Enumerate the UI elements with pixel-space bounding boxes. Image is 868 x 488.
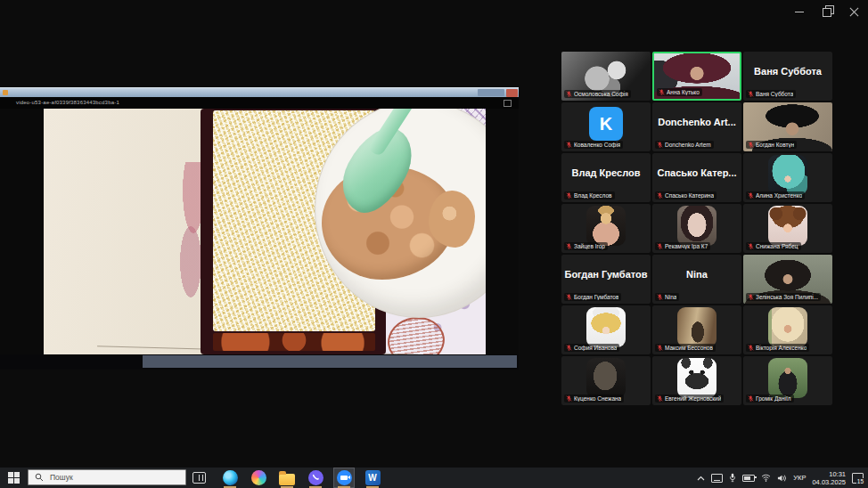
clock-time: 10:31 (812, 470, 846, 478)
mic-muted-icon (657, 243, 663, 249)
shared-screen-player-window: video-u53-ae-af0339f38363443bcd3ba-1 (0, 87, 519, 370)
participant-tile[interactable]: Рекамчук Іра К7 (652, 204, 741, 253)
mic-muted-icon (748, 395, 754, 402)
participant-tile[interactable]: Зайцев Ігор (561, 204, 651, 253)
participant-tile[interactable]: Влад Креслов Влад Креслов (561, 153, 651, 202)
participant-media (768, 206, 807, 246)
app-file-explorer-icon[interactable] (276, 468, 298, 488)
participant-name-label: Богдан Гумбатов (564, 293, 621, 301)
clock-date: 04.03.2025 (812, 478, 846, 486)
participant-name-label: Ваня Суббота (746, 90, 796, 98)
participant-tile[interactable]: София Иванова (561, 305, 651, 354)
taskbar-search[interactable] (28, 469, 186, 485)
app-edge-icon[interactable] (219, 468, 241, 488)
participant-tile[interactable]: Алина Христенко (743, 153, 832, 202)
mic-muted-icon (748, 243, 754, 249)
player-seek-area[interactable] (143, 355, 517, 368)
app-copilot-icon[interactable] (248, 468, 269, 488)
participant-media (768, 155, 807, 195)
restore-button[interactable] (813, 0, 840, 24)
participant-tile[interactable]: Снижана Рябец (743, 204, 832, 253)
participant-tile[interactable]: Куценко Снежана (561, 356, 651, 405)
notifications-icon[interactable]: 15 (852, 473, 864, 484)
speaker-icon[interactable] (777, 474, 787, 483)
close-button[interactable] (840, 0, 868, 24)
participant-name-label: Осмоловська Софія (564, 90, 631, 98)
video-camera-icon (340, 476, 348, 480)
taskbar-clock[interactable]: 10:31 04.03.2025 (812, 470, 846, 486)
participant-name-label: Зелінська Зоя Пилипі... (746, 293, 821, 301)
participant-media (586, 358, 626, 398)
system-tray: УКР 10:31 04.03.2025 15 (697, 468, 868, 488)
participant-media (586, 307, 626, 347)
participant-tile[interactable]: K Коваленко Софія (561, 102, 651, 151)
mic-muted-icon (748, 91, 754, 97)
battery-icon[interactable] (742, 475, 755, 482)
app-zoom-icon[interactable] (333, 468, 355, 488)
mic-muted-icon (748, 192, 754, 199)
task-view-icon[interactable] (192, 472, 206, 484)
participant-tile[interactable]: Nina Nina (652, 255, 741, 304)
participant-tile[interactable]: Зелінська Зоя Пилипі... (743, 255, 832, 304)
windows-logo-icon (8, 472, 20, 484)
participant-name-label: Nina (655, 293, 679, 301)
participant-name-label: Зайцев Ігор (564, 242, 608, 250)
taskbar-apps: W (219, 468, 383, 488)
participant-tile[interactable]: Евгений Жерновский (652, 356, 741, 405)
participant-tile[interactable]: Анна Кутько (652, 52, 741, 101)
participant-tile[interactable]: Максим Бессонов (652, 305, 741, 354)
minimize-button[interactable] (785, 0, 813, 24)
phone-icon (312, 474, 320, 482)
participant-tile[interactable]: Donchenko Art... Donchenko Artem (652, 102, 741, 151)
mic-muted-icon (566, 395, 572, 402)
participant-name-label: Рекамчук Іра К7 (655, 242, 710, 250)
participant-media (677, 307, 717, 347)
mic-muted-icon (566, 91, 572, 97)
cooking-video-frame (44, 109, 486, 354)
participant-media: K (589, 107, 623, 141)
player-app-icon (3, 90, 8, 95)
participant-name-label: Donchenko Artem (655, 141, 714, 149)
mic-muted-icon (657, 192, 663, 199)
language-indicator[interactable]: УКР (793, 474, 806, 482)
participant-tile[interactable]: Громік Даніїл (743, 356, 832, 405)
participant-name-label: Спасько Катерина (655, 191, 717, 199)
search-icon (35, 473, 44, 482)
player-close-button[interactable] (506, 89, 518, 97)
mic-muted-icon (748, 294, 754, 300)
participant-media (586, 206, 626, 246)
windows-taskbar: W УКР 10:31 04.03.2 (0, 468, 868, 488)
window-controls (785, 0, 868, 24)
mic-muted-icon (657, 395, 663, 402)
search-input[interactable] (48, 472, 168, 483)
participant-media (677, 358, 717, 398)
participant-name-label: София Иванова (564, 344, 619, 352)
participant-tile[interactable]: Ваня Суббота Ваня Суббота (743, 52, 832, 101)
display-tray-icon[interactable] (711, 474, 723, 483)
mic-muted-icon (566, 294, 572, 300)
shared-video-content (0, 109, 519, 354)
player-minmax-buttons[interactable] (478, 89, 504, 96)
participant-tile[interactable]: Богдан Ковтун (743, 102, 832, 151)
app-viber-icon[interactable] (305, 468, 326, 488)
participants-grid: Осмоловська Софія Анна Кутько Ваня Суббо… (561, 52, 832, 405)
participant-tile[interactable]: Богдан Гумбатов Богдан Гумбатов (561, 255, 651, 304)
participant-name-label: Евгений Жерновский (655, 394, 724, 403)
player-control-bar[interactable] (0, 354, 519, 370)
minced-meat (429, 191, 475, 248)
chevron-up-icon[interactable] (697, 476, 705, 481)
participant-tile[interactable]: Осмоловська Софія (561, 52, 651, 101)
participant-tile[interactable]: Вікторія Алексенко (743, 305, 832, 354)
participant-name-label: Анна Кутько (657, 88, 702, 96)
participant-name-label: Снижана Рябец (746, 242, 801, 250)
start-button[interactable] (0, 468, 27, 488)
wifi-icon[interactable] (761, 474, 771, 482)
mic-muted-icon (748, 345, 754, 351)
microphone-tray-icon[interactable] (729, 473, 736, 483)
fullscreen-icon[interactable] (504, 100, 512, 107)
app-word-icon[interactable]: W (362, 468, 383, 488)
participant-tile[interactable]: Спасько Катер... Спасько Катерина (652, 153, 741, 202)
video-filename: video-u53-ae-af0339f38363443bcd3ba-1 (16, 100, 119, 105)
participant-media (768, 307, 807, 347)
player-titlebar[interactable] (0, 87, 519, 97)
